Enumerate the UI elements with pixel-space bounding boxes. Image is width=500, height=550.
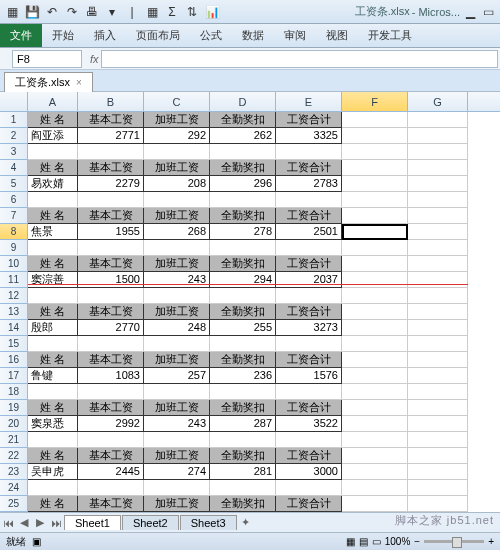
row-23[interactable]: 23 [0,464,28,480]
cell[interactable] [342,304,408,320]
cell[interactable]: 工资合计 [276,352,342,368]
cell[interactable]: 全勤奖扣 [210,496,276,512]
row-22[interactable]: 22 [0,448,28,464]
cell[interactable] [144,432,210,448]
cell[interactable] [408,176,468,192]
cell[interactable]: 287 [210,416,276,432]
cell[interactable]: 3522 [276,416,342,432]
col-D[interactable]: D [210,92,276,111]
row-8[interactable]: 8 [0,224,28,240]
cell[interactable] [342,272,408,288]
sheet-nav-prev-icon[interactable]: ◀ [16,516,32,529]
cell[interactable] [342,144,408,160]
cell[interactable]: 208 [144,176,210,192]
cell[interactable] [78,240,144,256]
cell[interactable] [408,352,468,368]
cell[interactable] [78,192,144,208]
cell[interactable]: 加班工资 [144,448,210,464]
cell[interactable] [276,432,342,448]
zoom-slider[interactable] [424,540,484,543]
cell[interactable] [342,352,408,368]
cell[interactable] [342,224,408,240]
cell[interactable]: 基本工资 [78,256,144,272]
cell[interactable] [408,128,468,144]
cell[interactable]: 248 [144,320,210,336]
close-icon[interactable]: × [76,77,82,88]
col-G[interactable]: G [408,92,468,111]
row-16[interactable]: 16 [0,352,28,368]
cell[interactable] [408,384,468,400]
cell[interactable]: 基本工资 [78,208,144,224]
cell[interactable]: 236 [210,368,276,384]
col-B[interactable]: B [78,92,144,111]
cell[interactable]: 工资合计 [276,496,342,512]
cell[interactable] [408,304,468,320]
cell[interactable]: 1576 [276,368,342,384]
cell[interactable]: 加班工资 [144,160,210,176]
row-18[interactable]: 18 [0,384,28,400]
cell[interactable]: 殷郎 [28,320,78,336]
cell[interactable] [408,208,468,224]
undo-icon[interactable]: ↶ [44,4,60,20]
cell[interactable] [144,144,210,160]
cell[interactable]: 274 [144,464,210,480]
cell[interactable]: 姓 名 [28,112,78,128]
zoom-out-icon[interactable]: − [414,536,420,547]
cell[interactable]: 3000 [276,464,342,480]
cell[interactable] [408,272,468,288]
cell[interactable]: 基本工资 [78,112,144,128]
cell[interactable]: 243 [144,272,210,288]
cell[interactable] [28,384,78,400]
col-A[interactable]: A [28,92,78,111]
sheet-tab-3[interactable]: Sheet3 [180,515,237,530]
row-14[interactable]: 14 [0,320,28,336]
cell[interactable]: 姓 名 [28,400,78,416]
cell[interactable] [210,480,276,496]
cell[interactable] [276,240,342,256]
cell[interactable] [408,336,468,352]
cell[interactable] [144,480,210,496]
select-all-corner[interactable] [0,92,28,111]
sheet-tab-1[interactable]: Sheet1 [64,515,121,530]
cell[interactable] [276,336,342,352]
cell[interactable] [210,240,276,256]
row-17[interactable]: 17 [0,368,28,384]
cell[interactable]: 窦泉悉 [28,416,78,432]
workbook-tab[interactable]: 工资条.xlsx× [4,72,93,92]
cell[interactable] [342,320,408,336]
cell[interactable]: 吴申虎 [28,464,78,480]
cell[interactable] [408,496,468,512]
cell[interactable] [210,144,276,160]
cell[interactable] [78,432,144,448]
cell[interactable] [276,192,342,208]
cell[interactable] [408,144,468,160]
cell[interactable] [408,160,468,176]
cell[interactable] [342,176,408,192]
sheet-nav-first-icon[interactable]: ⏮ [0,517,16,529]
tab-insert[interactable]: 插入 [84,24,126,47]
sheet-nav-next-icon[interactable]: ▶ [32,516,48,529]
cell[interactable]: 全勤奖扣 [210,160,276,176]
cell[interactable] [408,288,468,304]
cell[interactable]: 加班工资 [144,208,210,224]
cell[interactable]: 鲁键 [28,368,78,384]
cell[interactable]: 2279 [78,176,144,192]
cell[interactable] [408,400,468,416]
cell[interactable] [342,160,408,176]
cell[interactable]: 全勤奖扣 [210,304,276,320]
cell[interactable]: 工资合计 [276,400,342,416]
cell[interactable] [342,480,408,496]
cell[interactable] [342,256,408,272]
print-icon[interactable]: 🖶 [84,4,100,20]
cell[interactable]: 1955 [78,224,144,240]
cell[interactable] [342,112,408,128]
cell[interactable] [210,336,276,352]
cell[interactable]: 姓 名 [28,496,78,512]
row-12[interactable]: 12 [0,288,28,304]
cell[interactable] [408,416,468,432]
restore-icon[interactable]: ▭ [480,4,496,20]
row-2[interactable]: 2 [0,128,28,144]
cell[interactable] [144,384,210,400]
sort-icon[interactable]: ⇅ [184,4,200,20]
cell[interactable]: 基本工资 [78,400,144,416]
